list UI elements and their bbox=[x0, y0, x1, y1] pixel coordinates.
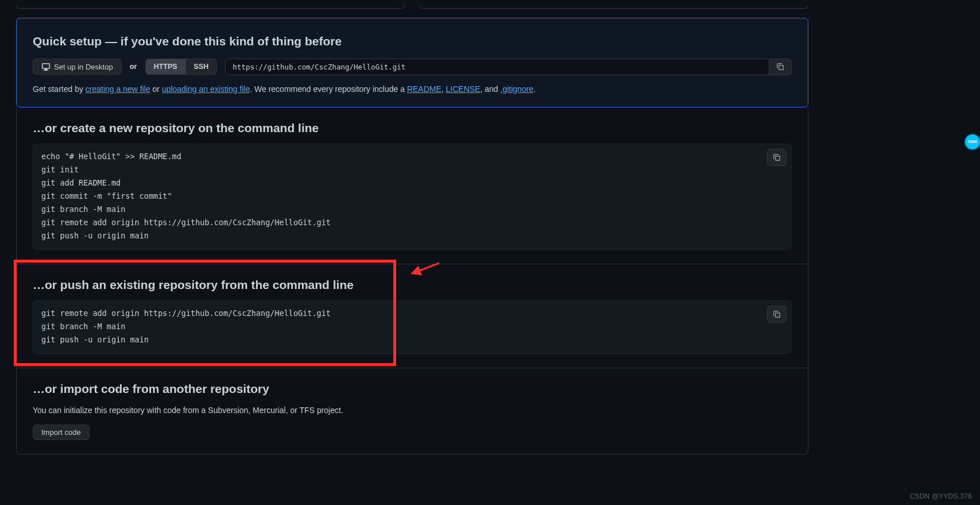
license-link[interactable]: LICENSE bbox=[446, 84, 481, 94]
import-code-button[interactable]: Import code bbox=[33, 425, 90, 440]
push-existing-codeblock: git remote add origin https://github.com… bbox=[33, 300, 792, 354]
push-existing-code[interactable]: git remote add origin https://github.com… bbox=[41, 307, 783, 346]
push-existing-heading: …or push an existing repository from the… bbox=[33, 264, 792, 294]
copy-create-commands-button[interactable] bbox=[767, 149, 787, 166]
copy-icon bbox=[772, 310, 781, 319]
upload-existing-file-link[interactable]: uploading an existing file bbox=[162, 84, 250, 94]
import-code-desc: You can initialize this repository with … bbox=[33, 404, 792, 417]
quick-setup-hint: Get started by creating a new file or up… bbox=[33, 83, 792, 95]
setup-in-desktop-button[interactable]: Set up in Desktop bbox=[33, 59, 122, 75]
copy-push-commands-button[interactable] bbox=[767, 306, 787, 323]
protocol-toggle: HTTPS SSH bbox=[145, 59, 218, 75]
https-toggle[interactable]: HTTPS bbox=[146, 59, 185, 74]
desktop-icon bbox=[41, 62, 51, 71]
create-repo-codeblock: echo "# HelloGit" >> README.md git init … bbox=[33, 144, 792, 250]
watermark-text: CSDN @YYDS.376 bbox=[910, 491, 972, 502]
gitignore-link[interactable]: .gitignore bbox=[501, 84, 534, 94]
create-new-file-link[interactable]: creating a new file bbox=[86, 84, 150, 94]
create-repo-code[interactable]: echo "# HelloGit" >> README.md git init … bbox=[41, 150, 783, 242]
ssh-toggle[interactable]: SSH bbox=[185, 59, 217, 74]
copy-url-button[interactable] bbox=[769, 59, 792, 75]
copy-icon bbox=[776, 62, 785, 71]
instructions-panel: …or create a new repository on the comma… bbox=[16, 107, 808, 455]
clone-url-input[interactable] bbox=[225, 59, 769, 75]
readme-link[interactable]: README bbox=[407, 84, 441, 94]
copy-icon bbox=[772, 153, 781, 162]
floating-badge[interactable]: 50M bbox=[965, 134, 980, 149]
partial-panels-above bbox=[16, 5, 808, 9]
import-code-heading: …or import code from another repository bbox=[33, 368, 792, 398]
quick-setup-panel: Quick setup — if you've done this kind o… bbox=[16, 18, 808, 107]
quick-setup-title: Quick setup — if you've done this kind o… bbox=[33, 32, 792, 51]
or-label: or bbox=[130, 61, 137, 72]
setup-in-desktop-label: Set up in Desktop bbox=[54, 63, 113, 71]
create-repo-heading: …or create a new repository on the comma… bbox=[33, 107, 792, 137]
